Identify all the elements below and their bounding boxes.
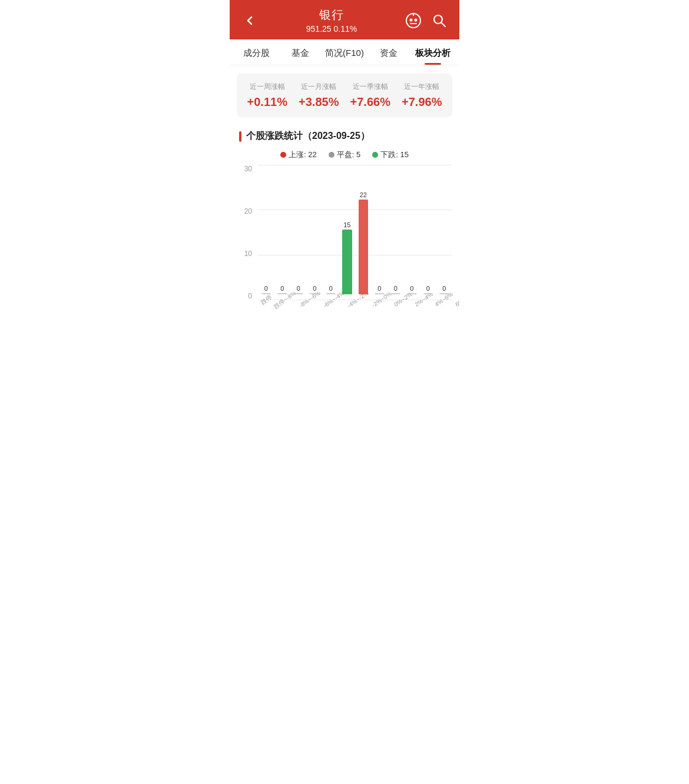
svg-point-5 — [413, 12, 415, 14]
search-button[interactable] — [429, 10, 450, 31]
x-labels: 跌停跌停~-8%-8%~-6%-6%~-4%-4%~-2%-2%~0%0%~2%… — [258, 297, 452, 318]
y-label-0: 0 — [248, 292, 252, 300]
legend-flat-dot — [329, 152, 334, 158]
bar-col-9: 0 — [404, 165, 420, 294]
legend-down: 下跌: 15 — [372, 150, 409, 160]
legend-down-dot — [372, 152, 378, 158]
header: 银行 951.25 0.11% — [230, 0, 459, 39]
bar-col-10: 0 — [420, 165, 436, 294]
legend-down-label: 下跌: 15 — [380, 150, 409, 160]
bar-col-3: 0 — [307, 165, 323, 294]
perf-month: 近一月涨幅 +3.85% — [299, 82, 339, 109]
perf-quarter-value: +7.66% — [350, 95, 390, 109]
bar-col-4: 0 — [323, 165, 339, 294]
nav-tabs: 成分股 基金 简况(F10) 资金 板块分析 — [230, 39, 459, 65]
legend-flat-label: 平盘: 5 — [337, 150, 360, 160]
tab-components[interactable]: 成分股 — [234, 39, 279, 65]
perf-quarter-label: 近一季涨幅 — [350, 82, 390, 92]
y-label-20: 20 — [244, 207, 252, 215]
chart-container: 30 20 10 0 00000152200000 跌停跌停~-8%-8%~-6… — [230, 165, 459, 330]
chart-inner: 00000152200000 跌停跌停~-8%-8%~-6%-6%~-4%-4%… — [258, 165, 452, 318]
perf-quarter: 近一季涨幅 +7.66% — [350, 82, 390, 109]
perf-year-label: 近一年涨幅 — [402, 82, 442, 92]
bar-col-1: 0 — [274, 165, 291, 294]
bar-col-8: 0 — [387, 165, 404, 294]
perf-year: 近一年涨幅 +7.96% — [402, 82, 442, 109]
bar-col-7: 0 — [372, 165, 388, 294]
legend-up-label: 上涨: 22 — [289, 150, 317, 160]
header-title: 银行 — [260, 7, 403, 23]
perf-week-label: 近一周涨幅 — [247, 82, 287, 92]
legend-up-dot — [280, 152, 286, 158]
perf-month-label: 近一月涨幅 — [299, 82, 339, 92]
y-label-30: 30 — [244, 165, 252, 173]
bar-col-11: 0 — [436, 165, 453, 294]
perf-year-value: +7.96% — [402, 95, 442, 109]
header-center: 银行 951.25 0.11% — [260, 7, 403, 34]
tab-capital[interactable]: 资金 — [366, 39, 410, 65]
header-subtitle: 951.25 0.11% — [260, 24, 403, 34]
header-right — [403, 10, 450, 31]
bars-row: 00000152200000 — [258, 165, 452, 294]
chart-grid: 30 20 10 0 00000152200000 跌停跌停~-8%-8%~-6… — [237, 165, 452, 318]
svg-point-2 — [415, 18, 418, 21]
svg-line-7 — [442, 22, 446, 26]
section-title: 个股涨跌统计（2023-09-25） — [230, 125, 459, 147]
tab-sector-analysis[interactable]: 板块分析 — [410, 39, 455, 65]
legend-flat: 平盘: 5 — [329, 150, 360, 160]
tab-overview[interactable]: 简况(F10) — [323, 39, 367, 65]
perf-week-value: +0.11% — [247, 95, 287, 109]
y-label-10: 10 — [244, 250, 252, 258]
bar-col-5: 15 — [339, 165, 356, 294]
back-button[interactable] — [239, 10, 260, 31]
performance-card: 近一周涨幅 +0.11% 近一月涨幅 +3.85% 近一季涨幅 +7.66% 近… — [237, 74, 452, 117]
chart-y-labels: 30 20 10 0 — [237, 165, 254, 300]
section-title-text: 个股涨跌统计（2023-09-25） — [246, 130, 370, 142]
section-bar-icon — [239, 131, 241, 142]
legend-up: 上涨: 22 — [280, 150, 317, 160]
svg-point-1 — [410, 18, 413, 21]
robot-button[interactable] — [403, 10, 424, 31]
bar-col-2: 0 — [290, 165, 307, 294]
chart-legend: 上涨: 22 平盘: 5 下跌: 15 — [230, 150, 459, 160]
bar-col-0: 0 — [258, 165, 274, 294]
perf-week: 近一周涨幅 +0.11% — [247, 82, 287, 109]
svg-rect-3 — [410, 23, 417, 24]
bar-col-6: 22 — [355, 165, 372, 294]
tab-fund[interactable]: 基金 — [279, 39, 323, 65]
perf-month-value: +3.85% — [299, 95, 339, 109]
